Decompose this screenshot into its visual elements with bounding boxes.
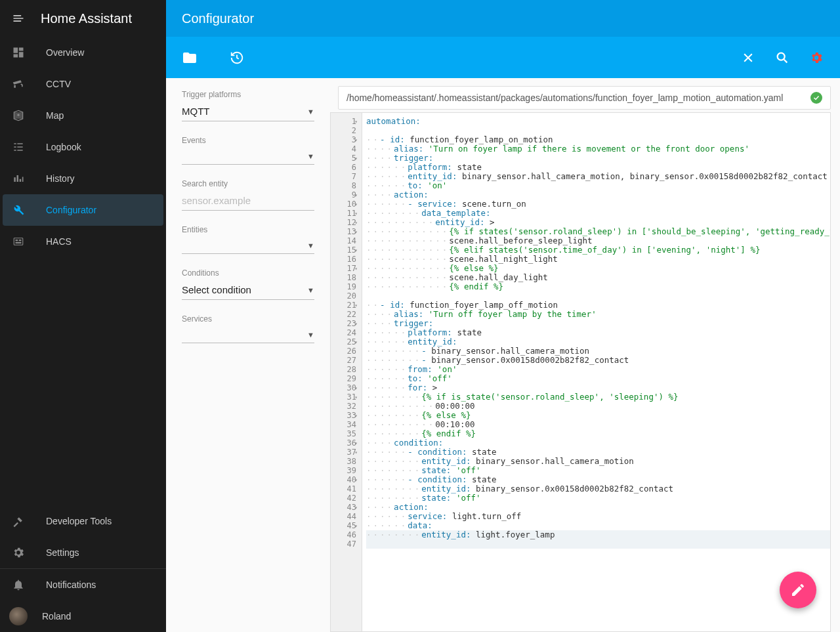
sidebar-item-label: Overview — [46, 47, 84, 58]
svg-rect-4 — [16, 242, 22, 243]
sidebar-tools: Developer ToolsSettings — [0, 505, 166, 568]
history-icon — [10, 171, 26, 186]
sidebar-item-label: CCTV — [46, 79, 71, 89]
field-search-entity[interactable]: Search entity sensor.example — [182, 179, 314, 211]
sidebar-item-label: Configurator — [46, 205, 96, 215]
user-name: Roland — [42, 611, 71, 621]
toolbar — [166, 37, 840, 78]
settings-gear-icon[interactable] — [808, 50, 824, 66]
hacs-icon — [10, 234, 26, 249]
chevron-down-icon: ▼ — [307, 242, 314, 249]
svg-point-0 — [17, 114, 19, 116]
sidebar-item-label: Settings — [46, 547, 79, 558]
editor-wrap: /home/homeassistant/.homeassistant/packa… — [330, 78, 840, 632]
menu-toggle-icon[interactable] — [10, 11, 26, 26]
sidebar: Home Assistant OverviewCCTVMapLogbookHis… — [0, 0, 166, 632]
topbar: Configurator — [166, 0, 840, 37]
folder-icon[interactable] — [182, 50, 198, 66]
sidebar-bottom: Notifications Roland — [0, 568, 166, 632]
bell-icon — [10, 577, 26, 593]
avatar — [9, 607, 28, 625]
field-conditions[interactable]: Conditions Select condition▼ — [182, 268, 314, 300]
chevron-down-icon: ▼ — [307, 286, 314, 294]
field-label: Trigger platforms — [182, 90, 314, 99]
field-label: Events — [182, 136, 314, 145]
notifications-item[interactable]: Notifications — [0, 569, 166, 600]
sidebar-item-overview[interactable]: Overview — [0, 37, 166, 68]
chevron-down-icon: ▼ — [307, 152, 314, 160]
cctv-icon — [10, 76, 26, 92]
svg-point-5 — [778, 53, 785, 60]
file-path: /home/homeassistant/.homeassistant/packa… — [346, 93, 783, 103]
sidebar-item-cctv[interactable]: CCTV — [0, 68, 166, 100]
sidebar-item-map[interactable]: Map — [0, 100, 166, 131]
gutter: 1▾23▾45▾6789▾10▾11▾12▾13▾1415▾1617▾18192… — [331, 113, 362, 631]
field-label: Entities — [182, 225, 314, 234]
notifications-label: Notifications — [46, 579, 96, 590]
sidebar-item-configurator[interactable]: Configurator — [3, 194, 163, 226]
valid-check-icon — [810, 92, 822, 104]
svg-rect-1 — [14, 238, 23, 245]
svg-rect-2 — [16, 240, 18, 241]
sidebar-item-hacs[interactable]: HACS — [0, 226, 166, 257]
wrench-icon — [10, 202, 26, 218]
sidebar-item-developer-tools[interactable]: Developer Tools — [0, 505, 166, 537]
code-content[interactable]: automation: ··- id: function_foyer_lamp_… — [362, 113, 830, 631]
search-icon[interactable] — [774, 50, 790, 66]
hammer-icon — [10, 513, 26, 529]
map-icon — [10, 108, 26, 123]
field-events[interactable]: Events ▼ — [182, 136, 314, 165]
code-editor[interactable]: 1▾23▾45▾6789▾10▾11▾12▾13▾1415▾1617▾18192… — [330, 112, 831, 632]
svg-rect-3 — [19, 240, 22, 241]
app-title: Home Assistant — [41, 11, 132, 26]
field-label: Search entity — [182, 179, 314, 188]
sidebar-header: Home Assistant — [0, 0, 166, 37]
chevron-down-icon: ▼ — [307, 108, 314, 116]
sidebar-nav: OverviewCCTVMapLogbookHistoryConfigurato… — [0, 37, 166, 271]
history-icon[interactable] — [229, 50, 245, 66]
field-entities[interactable]: Entities ▼ — [182, 225, 314, 254]
sidebar-item-label: History — [46, 173, 75, 184]
sidebar-item-label: Map — [46, 110, 64, 121]
sidebar-item-label: Logbook — [46, 142, 81, 152]
sidebar-item-label: HACS — [46, 236, 72, 247]
content: Trigger platforms MQTT▼ Events ▼ Search … — [166, 78, 840, 632]
user-profile[interactable]: Roland — [0, 600, 166, 632]
dashboard-icon — [10, 45, 26, 60]
main: Configurator — [166, 0, 840, 632]
side-panel: Trigger platforms MQTT▼ Events ▼ Search … — [166, 78, 330, 632]
field-label: Conditions — [182, 268, 314, 278]
chevron-down-icon: ▼ — [307, 331, 314, 339]
field-trigger-platforms[interactable]: Trigger platforms MQTT▼ — [182, 90, 314, 121]
sidebar-item-logbook[interactable]: Logbook — [0, 131, 166, 163]
field-services[interactable]: Services ▼ — [182, 314, 314, 343]
logbook-icon — [10, 139, 26, 155]
sidebar-item-settings[interactable]: Settings — [0, 537, 166, 568]
field-label: Services — [182, 314, 314, 324]
page-title: Configurator — [182, 11, 254, 26]
close-icon[interactable] — [740, 50, 756, 66]
gear-icon — [10, 545, 26, 560]
sidebar-item-label: Developer Tools — [46, 516, 112, 526]
file-path-bar[interactable]: /home/homeassistant/.homeassistant/packa… — [338, 86, 831, 110]
sidebar-item-history[interactable]: History — [0, 163, 166, 194]
fab-edit-button[interactable] — [780, 572, 816, 608]
